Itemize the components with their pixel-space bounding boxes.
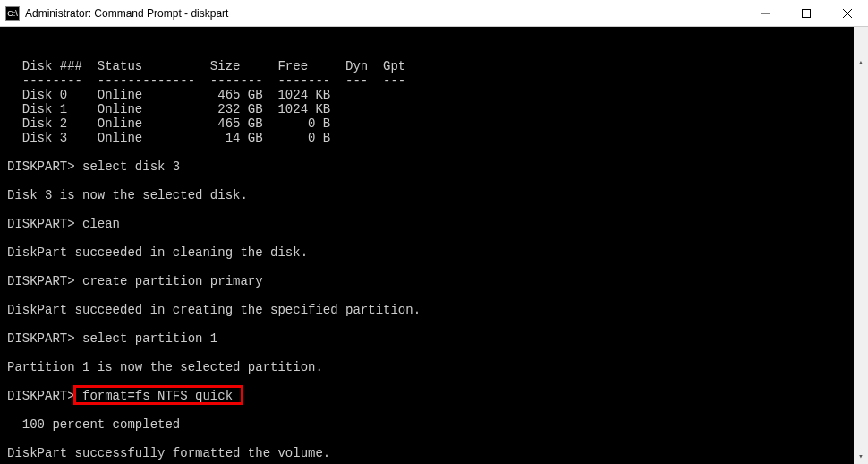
- disk-row: Disk 1 Online 232 GB 1024 KB: [7, 102, 868, 116]
- prompt-line: DISKPART> create partition primary: [7, 274, 868, 288]
- blank-line: [7, 260, 868, 274]
- disk-header: Disk ### Status Size Free Dyn Gpt: [7, 59, 868, 73]
- prompt: DISKPART>: [7, 331, 82, 346]
- blank-line: [7, 231, 868, 245]
- scroll-up-icon[interactable]: ▴: [854, 56, 868, 70]
- output-line: DiskPart successfully formatted the volu…: [7, 446, 868, 460]
- disk-row: Disk 2 Online 465 GB 0 B: [7, 116, 868, 131]
- window-title: Administrator: Command Prompt - diskpart: [25, 7, 745, 20]
- blank-line: [7, 403, 868, 417]
- prompt-line: DISKPART> clean: [7, 217, 868, 231]
- terminal[interactable]: ▴ ▾ Disk ### Status Size Free Dyn Gpt --…: [0, 27, 868, 464]
- blank-line: [7, 460, 868, 464]
- output-line: DiskPart succeeded in creating the speci…: [7, 303, 868, 317]
- prompt: DISKPART>: [7, 389, 82, 403]
- prompt-line: DISKPART> format=fs NTFS quick: [7, 389, 868, 403]
- blank-line: [7, 317, 868, 331]
- command-text: select partition 1: [82, 331, 217, 346]
- cmd-icon: C:\: [5, 6, 20, 21]
- output-line: Disk 3 is now the selected disk.: [7, 188, 868, 202]
- blank-line: [7, 202, 868, 217]
- command-text: format=fs NTFS quick: [82, 389, 233, 403]
- maximize-button[interactable]: [786, 0, 827, 26]
- close-button[interactable]: [827, 0, 868, 26]
- disk-row: Disk 0 Online 465 GB 1024 KB: [7, 88, 868, 102]
- blank-line: [7, 432, 868, 446]
- blank-line: [7, 374, 868, 389]
- prompt: DISKPART>: [7, 274, 82, 288]
- prompt: DISKPART>: [7, 217, 82, 231]
- disk-divider: -------- ------------- ------- ------- -…: [7, 73, 868, 88]
- blank-line: [7, 174, 868, 188]
- prompt: DISKPART>: [7, 159, 82, 174]
- output-line: 100 percent completed: [7, 417, 868, 432]
- window-controls: [745, 0, 868, 26]
- prompt-line: DISKPART> select partition 1: [7, 331, 868, 346]
- output-line: Partition 1 is now the selected partitio…: [7, 360, 868, 374]
- scroll-down-icon[interactable]: ▾: [854, 450, 868, 464]
- prompt-line: DISKPART> select disk 3: [7, 159, 868, 174]
- title-bar: C:\ Administrator: Command Prompt - disk…: [0, 0, 868, 27]
- output-line: DiskPart succeeded in cleaning the disk.: [7, 245, 868, 260]
- blank-line: [7, 346, 868, 360]
- command-text: clean: [82, 217, 120, 231]
- svg-rect-1: [803, 9, 811, 17]
- minimize-button[interactable]: [745, 0, 786, 26]
- blank-line: [7, 288, 868, 303]
- blank-line: [7, 145, 868, 159]
- disk-row: Disk 3 Online 14 GB 0 B: [7, 131, 868, 145]
- command-text: select disk 3: [82, 159, 180, 174]
- command-text: create partition primary: [82, 274, 263, 288]
